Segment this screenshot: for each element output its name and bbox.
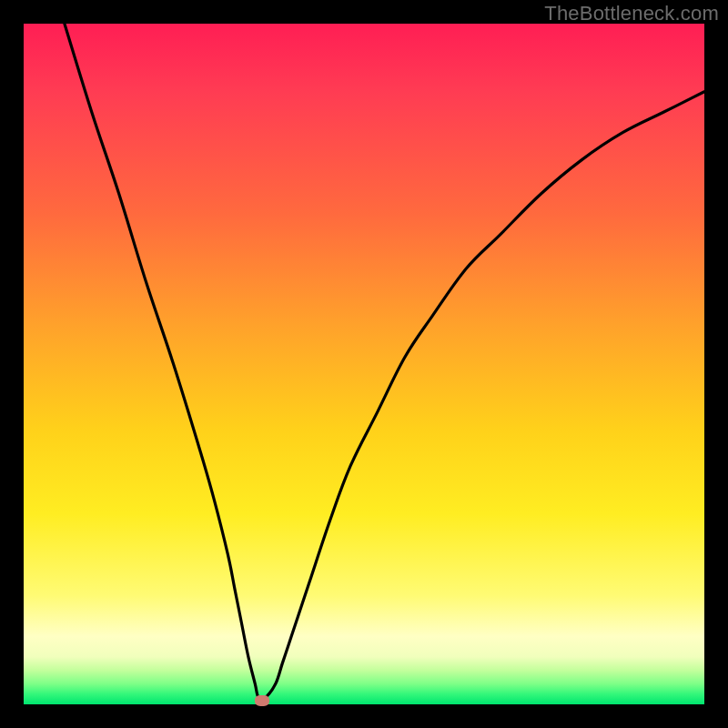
curve-svg: [24, 24, 704, 704]
optimum-marker: [255, 695, 269, 706]
chart-frame: TheBottleneck.com: [0, 0, 728, 728]
bottleneck-curve: [65, 24, 704, 700]
watermark-text: TheBottleneck.com: [544, 2, 719, 25]
plot-area: [24, 24, 704, 704]
